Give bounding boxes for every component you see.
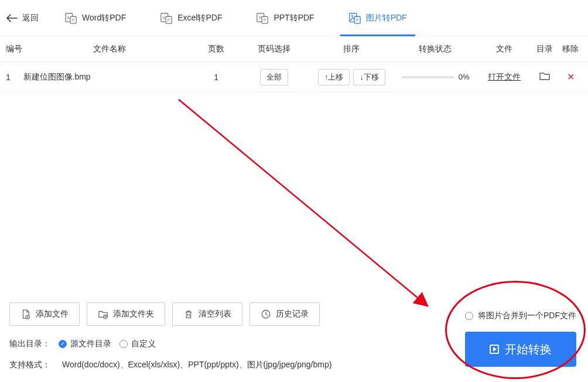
col-status: 转换状态 bbox=[392, 44, 478, 54]
formats-label: 支持格式： bbox=[9, 360, 50, 370]
svg-text:P: P bbox=[72, 18, 74, 22]
button-label: 添加文件 bbox=[36, 309, 69, 319]
file-plus-icon bbox=[20, 309, 31, 319]
cell-filename: 新建位图图像.bmp bbox=[23, 72, 196, 82]
tab-excel-to-pdf[interactable]: EP Excel转PDF bbox=[152, 0, 230, 36]
remove-row-icon[interactable]: ✕ bbox=[567, 72, 575, 82]
move-down-button[interactable]: ↓下移 bbox=[353, 69, 385, 85]
merge-images-radio[interactable]: 将图片合并到一个PDF文件 bbox=[465, 311, 576, 321]
clock-icon bbox=[261, 309, 271, 319]
start-convert-button[interactable]: 开始转换 bbox=[465, 332, 576, 367]
folder-plus-icon bbox=[98, 309, 108, 319]
arrow-left-icon bbox=[6, 14, 18, 22]
tab-label: PPT转PDF bbox=[274, 13, 314, 23]
excel-pdf-icon: EP bbox=[160, 12, 173, 25]
cell-pages: 1 bbox=[196, 73, 237, 82]
col-pages: 页数 bbox=[196, 44, 237, 54]
svg-point-13 bbox=[351, 15, 353, 16]
radio-icon bbox=[465, 312, 473, 320]
svg-text:P: P bbox=[167, 18, 170, 22]
back-button[interactable]: 返回 bbox=[6, 13, 39, 23]
ppt-pdf-icon: PP bbox=[256, 12, 269, 25]
col-order: 排序 bbox=[312, 44, 392, 54]
add-folder-button[interactable]: 添加文件夹 bbox=[87, 302, 165, 326]
button-label: 添加文件夹 bbox=[113, 309, 154, 319]
cell-idx: 1 bbox=[6, 73, 23, 82]
table-row: 1 新建位图图像.bmp 1 全部 ↑上移 ↓下移 0% 打开文件 ✕ bbox=[0, 62, 588, 92]
col-name: 文件名称 bbox=[23, 44, 196, 54]
open-folder-icon[interactable] bbox=[539, 73, 550, 82]
tab-label: 图片转PDF bbox=[366, 13, 407, 23]
svg-text:P: P bbox=[264, 18, 266, 22]
button-label: 开始转换 bbox=[505, 342, 552, 357]
progress: 0% bbox=[392, 73, 478, 81]
formats-value: Word(doc/docx)、Excel(xls/xlsx)、PPT(ppt/p… bbox=[62, 360, 331, 370]
tab-label: Word转PDF bbox=[82, 13, 126, 23]
radio-source-dir[interactable]: 源文件目录 bbox=[59, 339, 111, 349]
progress-percent: 0% bbox=[459, 73, 470, 81]
output-dir-label: 输出目录： bbox=[9, 339, 50, 349]
svg-text:P: P bbox=[259, 15, 262, 20]
play-icon bbox=[490, 345, 499, 354]
tab-label: Excel转PDF bbox=[177, 13, 222, 23]
button-label: 清空列表 bbox=[199, 309, 231, 319]
trash-icon bbox=[183, 309, 194, 319]
word-pdf-icon: WP bbox=[64, 12, 77, 25]
progress-bar bbox=[401, 76, 454, 78]
image-pdf-icon: P bbox=[348, 12, 361, 25]
open-file-link[interactable]: 打开文件 bbox=[488, 72, 521, 81]
page-range-button[interactable]: 全部 bbox=[260, 69, 288, 85]
button-label: 历史记录 bbox=[276, 309, 309, 319]
back-label: 返回 bbox=[22, 13, 39, 23]
history-button[interactable]: 历史记录 bbox=[249, 302, 320, 326]
top-tab-bar: 返回 WP Word转PDF EP Excel转PDF PP PPT转PDF P… bbox=[0, 0, 588, 36]
radio-label: 自定义 bbox=[131, 339, 156, 349]
move-up-button[interactable]: ↑上移 bbox=[318, 69, 350, 85]
svg-line-19 bbox=[179, 99, 428, 306]
svg-text:P: P bbox=[356, 18, 358, 22]
radio-custom-dir[interactable]: 自定义 bbox=[119, 339, 156, 349]
col-idx: 编号 bbox=[6, 44, 23, 54]
merge-label: 将图片合并到一个PDF文件 bbox=[478, 311, 576, 321]
svg-text:E: E bbox=[163, 15, 166, 20]
clear-list-button[interactable]: 清空列表 bbox=[172, 302, 242, 326]
radio-label: 源文件目录 bbox=[70, 339, 111, 349]
col-range: 页码选择 bbox=[237, 44, 312, 54]
annotation-arrow bbox=[176, 97, 445, 319]
right-action-block: 将图片合并到一个PDF文件 开始转换 bbox=[465, 311, 576, 367]
tab-image-to-pdf[interactable]: P 图片转PDF bbox=[340, 0, 415, 36]
col-remove: 移除 bbox=[559, 44, 582, 54]
col-file: 文件 bbox=[478, 44, 531, 54]
add-file-button[interactable]: 添加文件 bbox=[9, 302, 80, 326]
tab-ppt-to-pdf[interactable]: PP PPT转PDF bbox=[248, 0, 322, 36]
col-dir: 目录 bbox=[530, 44, 559, 54]
tab-word-to-pdf[interactable]: WP Word转PDF bbox=[56, 0, 134, 36]
table-header: 编号 文件名称 页数 页码选择 排序 转换状态 文件 目录 移除 bbox=[0, 36, 588, 62]
